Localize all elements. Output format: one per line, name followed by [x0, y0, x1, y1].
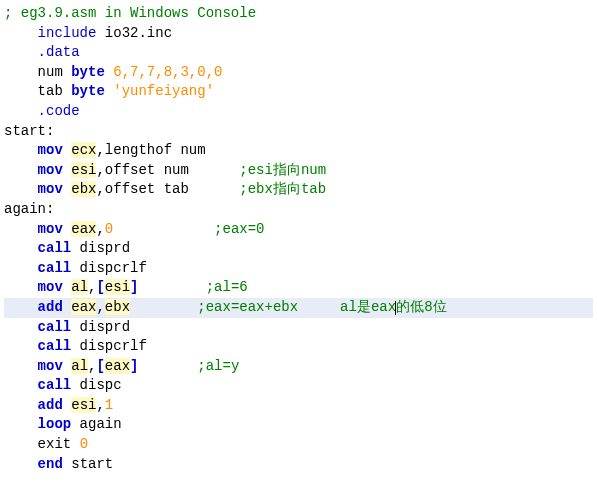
keyword: call	[38, 338, 72, 354]
string: 'yunfeiyang'	[105, 83, 214, 99]
code-line: .code	[4, 102, 593, 122]
comment: ; eg3.9.asm in Windows Console	[4, 5, 256, 21]
register: ecx	[71, 142, 96, 158]
keyword: end	[38, 456, 63, 472]
code-line: call disprd	[4, 318, 593, 338]
code-line: call dispcrlf	[4, 337, 593, 357]
keyword: mov	[38, 358, 63, 374]
directive: .data	[38, 44, 80, 60]
comment: ;eax=0	[214, 221, 264, 237]
code-block: ; eg3.9.asm in Windows Console include i…	[4, 4, 593, 474]
register: esi	[71, 162, 96, 178]
comment: ;eax=eax+ebx al是eax	[197, 299, 396, 315]
keyword: mov	[38, 162, 63, 178]
code-line: mov esi,offset num ;esi指向num	[4, 161, 593, 181]
label: again:	[4, 201, 54, 217]
comment: ;ebx指向tab	[239, 181, 326, 197]
directive: include	[38, 25, 97, 41]
code-line: end start	[4, 455, 593, 475]
register: al	[71, 279, 88, 295]
code-line: add esi,1	[4, 396, 593, 416]
label: start:	[4, 123, 54, 139]
register: ebx	[71, 181, 96, 197]
keyword: call	[38, 260, 72, 276]
code-line: exit 0	[4, 435, 593, 455]
keyword: add	[38, 397, 63, 413]
code-line: call disprd	[4, 239, 593, 259]
code-line: mov ecx,lengthof num	[4, 141, 593, 161]
code-line: loop again	[4, 415, 593, 435]
comment: ;esi指向num	[239, 162, 326, 178]
number: 6,7,7,8,3,0,0	[105, 64, 223, 80]
number: 0	[105, 221, 113, 237]
directive: .code	[38, 103, 80, 119]
number: 1	[105, 397, 113, 413]
register: esi	[105, 279, 130, 295]
keyword: mov	[38, 142, 63, 158]
keyword: mov	[38, 181, 63, 197]
keyword: byte	[71, 83, 105, 99]
code-line: num byte 6,7,7,8,3,0,0	[4, 63, 593, 83]
code-line: again:	[4, 200, 593, 220]
code-line: mov al,[eax] ;al=y	[4, 357, 593, 377]
keyword: mov	[38, 279, 63, 295]
register: eax	[105, 358, 130, 374]
register: esi	[71, 397, 96, 413]
code-line: start:	[4, 122, 593, 142]
keyword: call	[38, 319, 72, 335]
keyword: call	[38, 240, 72, 256]
keyword: loop	[38, 416, 72, 432]
code-line: mov ebx,offset tab ;ebx指向tab	[4, 180, 593, 200]
comment: 的低8位	[396, 299, 446, 315]
code-line: call dispc	[4, 376, 593, 396]
code-line: ; eg3.9.asm in Windows Console	[4, 4, 593, 24]
keyword: byte	[71, 64, 105, 80]
register: ebx	[105, 299, 130, 315]
code-line: .data	[4, 43, 593, 63]
code-line-highlighted: add eax,ebx ;eax=eax+ebx al是eax的低8位	[4, 298, 593, 318]
register: al	[71, 358, 88, 374]
code-line: call dispcrlf	[4, 259, 593, 279]
keyword: call	[38, 377, 72, 393]
code-line: include io32.inc	[4, 24, 593, 44]
comment: ;al=6	[206, 279, 248, 295]
register: eax	[71, 221, 96, 237]
code-line: tab byte 'yunfeiyang'	[4, 82, 593, 102]
comment: ;al=y	[197, 358, 239, 374]
code-line: mov eax,0 ;eax=0	[4, 220, 593, 240]
keyword: add	[38, 299, 63, 315]
code-line: mov al,[esi] ;al=6	[4, 278, 593, 298]
number: 0	[80, 436, 88, 452]
keyword: mov	[38, 221, 63, 237]
register: eax	[71, 299, 96, 315]
